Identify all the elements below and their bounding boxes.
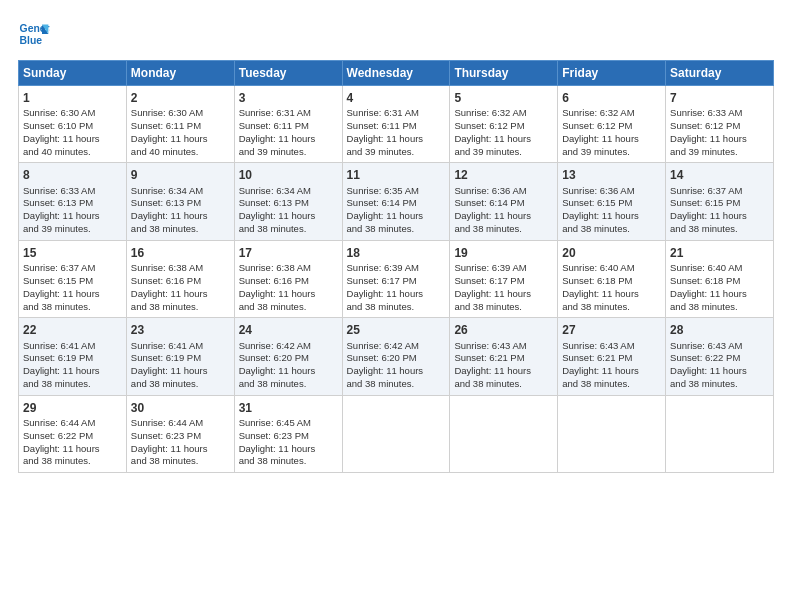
calendar-cell: 22Sunrise: 6:41 AM Sunset: 6:19 PM Dayli… (19, 318, 127, 395)
col-header-tuesday: Tuesday (234, 61, 342, 86)
calendar-cell: 26Sunrise: 6:43 AM Sunset: 6:21 PM Dayli… (450, 318, 558, 395)
day-number: 22 (23, 322, 122, 338)
day-info: Sunrise: 6:34 AM Sunset: 6:13 PM Dayligh… (239, 185, 316, 234)
day-info: Sunrise: 6:44 AM Sunset: 6:22 PM Dayligh… (23, 417, 100, 466)
day-number: 18 (347, 245, 446, 261)
day-number: 26 (454, 322, 553, 338)
calendar-cell: 7Sunrise: 6:33 AM Sunset: 6:12 PM Daylig… (666, 86, 774, 163)
day-info: Sunrise: 6:42 AM Sunset: 6:20 PM Dayligh… (347, 340, 424, 389)
calendar-cell (558, 395, 666, 472)
col-header-wednesday: Wednesday (342, 61, 450, 86)
day-info: Sunrise: 6:40 AM Sunset: 6:18 PM Dayligh… (562, 262, 639, 311)
day-info: Sunrise: 6:36 AM Sunset: 6:14 PM Dayligh… (454, 185, 531, 234)
day-number: 25 (347, 322, 446, 338)
calendar-cell: 6Sunrise: 6:32 AM Sunset: 6:12 PM Daylig… (558, 86, 666, 163)
calendar-cell: 29Sunrise: 6:44 AM Sunset: 6:22 PM Dayli… (19, 395, 127, 472)
day-number: 31 (239, 400, 338, 416)
day-info: Sunrise: 6:30 AM Sunset: 6:11 PM Dayligh… (131, 107, 208, 156)
day-number: 23 (131, 322, 230, 338)
header: General Blue (18, 18, 774, 50)
day-number: 2 (131, 90, 230, 106)
day-info: Sunrise: 6:42 AM Sunset: 6:20 PM Dayligh… (239, 340, 316, 389)
week-row-4: 22Sunrise: 6:41 AM Sunset: 6:19 PM Dayli… (19, 318, 774, 395)
day-info: Sunrise: 6:44 AM Sunset: 6:23 PM Dayligh… (131, 417, 208, 466)
calendar-cell: 10Sunrise: 6:34 AM Sunset: 6:13 PM Dayli… (234, 163, 342, 240)
week-row-5: 29Sunrise: 6:44 AM Sunset: 6:22 PM Dayli… (19, 395, 774, 472)
day-number: 3 (239, 90, 338, 106)
calendar-cell: 16Sunrise: 6:38 AM Sunset: 6:16 PM Dayli… (126, 240, 234, 317)
day-number: 15 (23, 245, 122, 261)
col-header-friday: Friday (558, 61, 666, 86)
header-row: SundayMondayTuesdayWednesdayThursdayFrid… (19, 61, 774, 86)
day-info: Sunrise: 6:41 AM Sunset: 6:19 PM Dayligh… (131, 340, 208, 389)
day-info: Sunrise: 6:43 AM Sunset: 6:22 PM Dayligh… (670, 340, 747, 389)
day-info: Sunrise: 6:39 AM Sunset: 6:17 PM Dayligh… (454, 262, 531, 311)
calendar-cell: 30Sunrise: 6:44 AM Sunset: 6:23 PM Dayli… (126, 395, 234, 472)
day-info: Sunrise: 6:32 AM Sunset: 6:12 PM Dayligh… (562, 107, 639, 156)
calendar-cell: 28Sunrise: 6:43 AM Sunset: 6:22 PM Dayli… (666, 318, 774, 395)
calendar-cell: 27Sunrise: 6:43 AM Sunset: 6:21 PM Dayli… (558, 318, 666, 395)
day-number: 12 (454, 167, 553, 183)
calendar-cell: 5Sunrise: 6:32 AM Sunset: 6:12 PM Daylig… (450, 86, 558, 163)
calendar-cell: 14Sunrise: 6:37 AM Sunset: 6:15 PM Dayli… (666, 163, 774, 240)
day-number: 21 (670, 245, 769, 261)
week-row-1: 1Sunrise: 6:30 AM Sunset: 6:10 PM Daylig… (19, 86, 774, 163)
calendar-table: SundayMondayTuesdayWednesdayThursdayFrid… (18, 60, 774, 473)
day-number: 29 (23, 400, 122, 416)
day-number: 27 (562, 322, 661, 338)
day-number: 10 (239, 167, 338, 183)
calendar-cell: 12Sunrise: 6:36 AM Sunset: 6:14 PM Dayli… (450, 163, 558, 240)
day-info: Sunrise: 6:31 AM Sunset: 6:11 PM Dayligh… (239, 107, 316, 156)
day-number: 17 (239, 245, 338, 261)
logo-icon: General Blue (18, 18, 50, 50)
day-info: Sunrise: 6:45 AM Sunset: 6:23 PM Dayligh… (239, 417, 316, 466)
calendar-cell: 8Sunrise: 6:33 AM Sunset: 6:13 PM Daylig… (19, 163, 127, 240)
day-info: Sunrise: 6:38 AM Sunset: 6:16 PM Dayligh… (131, 262, 208, 311)
calendar-cell: 18Sunrise: 6:39 AM Sunset: 6:17 PM Dayli… (342, 240, 450, 317)
day-info: Sunrise: 6:33 AM Sunset: 6:12 PM Dayligh… (670, 107, 747, 156)
calendar-cell: 17Sunrise: 6:38 AM Sunset: 6:16 PM Dayli… (234, 240, 342, 317)
calendar-cell: 15Sunrise: 6:37 AM Sunset: 6:15 PM Dayli… (19, 240, 127, 317)
calendar-cell: 13Sunrise: 6:36 AM Sunset: 6:15 PM Dayli… (558, 163, 666, 240)
day-number: 24 (239, 322, 338, 338)
day-number: 16 (131, 245, 230, 261)
day-number: 6 (562, 90, 661, 106)
day-number: 4 (347, 90, 446, 106)
day-number: 19 (454, 245, 553, 261)
week-row-3: 15Sunrise: 6:37 AM Sunset: 6:15 PM Dayli… (19, 240, 774, 317)
col-header-sunday: Sunday (19, 61, 127, 86)
calendar-cell (450, 395, 558, 472)
day-number: 5 (454, 90, 553, 106)
day-number: 1 (23, 90, 122, 106)
calendar-cell (342, 395, 450, 472)
calendar-cell: 23Sunrise: 6:41 AM Sunset: 6:19 PM Dayli… (126, 318, 234, 395)
day-number: 11 (347, 167, 446, 183)
calendar-cell: 4Sunrise: 6:31 AM Sunset: 6:11 PM Daylig… (342, 86, 450, 163)
calendar-cell: 11Sunrise: 6:35 AM Sunset: 6:14 PM Dayli… (342, 163, 450, 240)
day-info: Sunrise: 6:37 AM Sunset: 6:15 PM Dayligh… (670, 185, 747, 234)
day-number: 20 (562, 245, 661, 261)
calendar-cell: 24Sunrise: 6:42 AM Sunset: 6:20 PM Dayli… (234, 318, 342, 395)
day-info: Sunrise: 6:30 AM Sunset: 6:10 PM Dayligh… (23, 107, 100, 156)
day-number: 30 (131, 400, 230, 416)
calendar-cell (666, 395, 774, 472)
day-number: 8 (23, 167, 122, 183)
day-number: 14 (670, 167, 769, 183)
col-header-thursday: Thursday (450, 61, 558, 86)
day-number: 28 (670, 322, 769, 338)
calendar-cell: 20Sunrise: 6:40 AM Sunset: 6:18 PM Dayli… (558, 240, 666, 317)
day-info: Sunrise: 6:35 AM Sunset: 6:14 PM Dayligh… (347, 185, 424, 234)
page: General Blue SundayMondayTuesdayWednesda… (0, 0, 792, 612)
calendar-cell: 31Sunrise: 6:45 AM Sunset: 6:23 PM Dayli… (234, 395, 342, 472)
day-info: Sunrise: 6:39 AM Sunset: 6:17 PM Dayligh… (347, 262, 424, 311)
day-info: Sunrise: 6:33 AM Sunset: 6:13 PM Dayligh… (23, 185, 100, 234)
day-number: 7 (670, 90, 769, 106)
col-header-monday: Monday (126, 61, 234, 86)
calendar-cell: 19Sunrise: 6:39 AM Sunset: 6:17 PM Dayli… (450, 240, 558, 317)
logo: General Blue (18, 18, 54, 50)
calendar-cell: 2Sunrise: 6:30 AM Sunset: 6:11 PM Daylig… (126, 86, 234, 163)
calendar-cell: 3Sunrise: 6:31 AM Sunset: 6:11 PM Daylig… (234, 86, 342, 163)
svg-text:Blue: Blue (20, 35, 43, 46)
day-info: Sunrise: 6:36 AM Sunset: 6:15 PM Dayligh… (562, 185, 639, 234)
day-info: Sunrise: 6:43 AM Sunset: 6:21 PM Dayligh… (454, 340, 531, 389)
